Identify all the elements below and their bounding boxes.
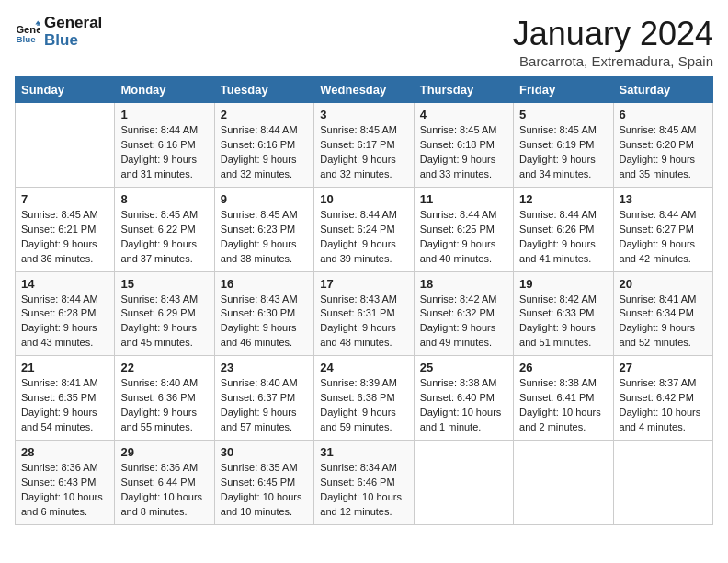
calendar-cell: 2 Sunrise: 8:44 AM Sunset: 6:16 PM Dayli…	[214, 103, 313, 188]
daylight-text: Daylight: 10 hours and 4 minutes.	[620, 407, 701, 432]
day-number: 1	[120, 108, 208, 121]
calendar-cell: 15 Sunrise: 8:43 AM Sunset: 6:29 PM Dayl…	[115, 271, 214, 356]
cell-info: Sunrise: 8:43 AM Sunset: 6:30 PM Dayligh…	[221, 293, 308, 351]
svg-text:Blue: Blue	[16, 34, 36, 44]
sunrise-text: Sunrise: 8:45 AM	[320, 124, 397, 135]
sunrise-text: Sunrise: 8:40 AM	[221, 377, 298, 388]
day-number: 31	[320, 445, 407, 459]
sunrise-text: Sunrise: 8:36 AM	[21, 462, 98, 473]
sunset-text: Sunset: 6:34 PM	[620, 307, 694, 318]
daylight-text: Daylight: 10 hours and 12 minutes.	[320, 491, 402, 517]
sunset-text: Sunset: 6:26 PM	[519, 224, 594, 235]
cell-info: Sunrise: 8:44 AM Sunset: 6:26 PM Dayligh…	[519, 208, 607, 267]
cell-info: Sunrise: 8:44 AM Sunset: 6:16 PM Dayligh…	[120, 123, 208, 182]
sunset-text: Sunset: 6:42 PM	[620, 392, 694, 403]
daylight-text: Daylight: 9 hours and 38 minutes.	[221, 238, 297, 264]
sunrise-text: Sunrise: 8:45 AM	[519, 124, 597, 135]
sunrise-text: Sunrise: 8:43 AM	[320, 293, 397, 304]
sunset-text: Sunset: 6:43 PM	[21, 477, 96, 488]
calendar-cell: 8 Sunrise: 8:45 AM Sunset: 6:22 PM Dayli…	[115, 187, 214, 271]
logo-line1: General	[44, 15, 102, 32]
sunrise-text: Sunrise: 8:45 AM	[420, 124, 497, 135]
cell-info: Sunrise: 8:44 AM Sunset: 6:16 PM Dayligh…	[221, 123, 308, 182]
sunrise-text: Sunrise: 8:41 AM	[620, 293, 697, 304]
calendar-cell: 30 Sunrise: 8:35 AM Sunset: 6:45 PM Dayl…	[214, 441, 313, 525]
calendar-cell: 17 Sunrise: 8:43 AM Sunset: 6:31 PM Dayl…	[314, 271, 414, 356]
day-number: 20	[620, 277, 707, 291]
cell-info: Sunrise: 8:45 AM Sunset: 6:23 PM Dayligh…	[221, 208, 308, 267]
sunset-text: Sunset: 6:29 PM	[120, 307, 195, 318]
cell-info: Sunrise: 8:34 AM Sunset: 6:46 PM Dayligh…	[320, 461, 407, 520]
sunrise-text: Sunrise: 8:45 AM	[21, 209, 98, 220]
daylight-text: Daylight: 9 hours and 48 minutes.	[320, 322, 396, 348]
month-title: January 2024	[513, 15, 713, 53]
day-number: 19	[519, 277, 607, 291]
sunset-text: Sunset: 6:35 PM	[21, 392, 96, 403]
daylight-text: Daylight: 9 hours and 55 minutes.	[120, 407, 197, 432]
day-number: 7	[21, 192, 108, 206]
calendar-cell: 22 Sunrise: 8:40 AM Sunset: 6:36 PM Dayl…	[115, 356, 214, 441]
daylight-text: Daylight: 9 hours and 36 minutes.	[21, 238, 97, 264]
cell-info: Sunrise: 8:39 AM Sunset: 6:38 PM Dayligh…	[320, 376, 407, 435]
sunrise-text: Sunrise: 8:42 AM	[519, 293, 597, 304]
week-row-5: 28 Sunrise: 8:36 AM Sunset: 6:43 PM Dayl…	[16, 441, 713, 525]
calendar-cell: 16 Sunrise: 8:43 AM Sunset: 6:30 PM Dayl…	[214, 271, 313, 356]
cell-info: Sunrise: 8:41 AM Sunset: 6:34 PM Dayligh…	[620, 293, 707, 351]
sunset-text: Sunset: 6:32 PM	[420, 307, 495, 318]
sunrise-text: Sunrise: 8:41 AM	[21, 377, 98, 388]
calendar-cell: 29 Sunrise: 8:36 AM Sunset: 6:44 PM Dayl…	[115, 441, 214, 525]
day-number: 25	[420, 361, 507, 374]
calendar-cell: 19 Sunrise: 8:42 AM Sunset: 6:33 PM Dayl…	[514, 271, 613, 356]
daylight-text: Daylight: 9 hours and 34 minutes.	[519, 154, 596, 179]
sunset-text: Sunset: 6:31 PM	[320, 307, 394, 318]
day-header-saturday: Saturday	[613, 77, 712, 103]
calendar-cell: 23 Sunrise: 8:40 AM Sunset: 6:37 PM Dayl…	[214, 356, 313, 441]
cell-info: Sunrise: 8:44 AM Sunset: 6:27 PM Dayligh…	[620, 208, 707, 267]
daylight-text: Daylight: 9 hours and 54 minutes.	[21, 407, 97, 432]
calendar-cell: 1 Sunrise: 8:44 AM Sunset: 6:16 PM Dayli…	[115, 103, 214, 188]
calendar-cell: 24 Sunrise: 8:39 AM Sunset: 6:38 PM Dayl…	[314, 356, 414, 441]
day-number: 10	[320, 192, 407, 206]
calendar-cell: 4 Sunrise: 8:45 AM Sunset: 6:18 PM Dayli…	[414, 103, 513, 188]
cell-info: Sunrise: 8:40 AM Sunset: 6:36 PM Dayligh…	[120, 376, 208, 435]
logo: General Blue General Blue	[15, 15, 102, 49]
daylight-text: Daylight: 9 hours and 51 minutes.	[519, 322, 596, 348]
daylight-text: Daylight: 9 hours and 42 minutes.	[620, 238, 696, 264]
sunset-text: Sunset: 6:18 PM	[420, 139, 495, 150]
daylight-text: Daylight: 10 hours and 10 minutes.	[221, 491, 302, 517]
day-number: 17	[320, 277, 407, 291]
cell-info: Sunrise: 8:42 AM Sunset: 6:32 PM Dayligh…	[420, 293, 507, 351]
day-number: 30	[221, 445, 308, 459]
sunrise-text: Sunrise: 8:45 AM	[120, 209, 198, 220]
day-number: 8	[120, 192, 208, 206]
daylight-text: Daylight: 9 hours and 59 minutes.	[320, 407, 396, 432]
sunset-text: Sunset: 6:38 PM	[320, 392, 394, 403]
sunset-text: Sunset: 6:28 PM	[21, 307, 96, 318]
calendar-cell: 6 Sunrise: 8:45 AM Sunset: 6:20 PM Dayli…	[613, 103, 712, 188]
sunrise-text: Sunrise: 8:43 AM	[221, 293, 298, 304]
cell-info: Sunrise: 8:36 AM Sunset: 6:43 PM Dayligh…	[21, 461, 108, 520]
location-subtitle: Barcarrota, Extremadura, Spain	[513, 53, 713, 69]
cell-info: Sunrise: 8:45 AM Sunset: 6:21 PM Dayligh…	[21, 208, 108, 267]
day-number: 16	[221, 277, 308, 291]
calendar-cell: 11 Sunrise: 8:44 AM Sunset: 6:25 PM Dayl…	[414, 187, 513, 271]
sunrise-text: Sunrise: 8:43 AM	[120, 293, 198, 304]
sunset-text: Sunset: 6:41 PM	[519, 392, 594, 403]
calendar-cell: 28 Sunrise: 8:36 AM Sunset: 6:43 PM Dayl…	[16, 441, 115, 525]
cell-info: Sunrise: 8:44 AM Sunset: 6:25 PM Dayligh…	[420, 208, 507, 267]
daylight-text: Daylight: 9 hours and 45 minutes.	[120, 322, 197, 348]
week-row-1: 1 Sunrise: 8:44 AM Sunset: 6:16 PM Dayli…	[16, 103, 713, 188]
calendar-table: SundayMondayTuesdayWednesdayThursdayFrid…	[15, 76, 713, 525]
sunrise-text: Sunrise: 8:34 AM	[320, 462, 397, 473]
day-number: 23	[221, 361, 308, 374]
daylight-text: Daylight: 10 hours and 6 minutes.	[21, 491, 103, 517]
day-number: 14	[21, 277, 108, 291]
calendar-cell	[514, 441, 613, 525]
sunrise-text: Sunrise: 8:35 AM	[221, 462, 298, 473]
sunset-text: Sunset: 6:45 PM	[221, 477, 295, 488]
day-number: 3	[320, 108, 407, 121]
logo-icon: General Blue	[15, 19, 40, 45]
sunset-text: Sunset: 6:40 PM	[420, 392, 495, 403]
cell-info: Sunrise: 8:37 AM Sunset: 6:42 PM Dayligh…	[620, 376, 707, 435]
title-block: January 2024 Barcarrota, Extremadura, Sp…	[513, 15, 713, 69]
